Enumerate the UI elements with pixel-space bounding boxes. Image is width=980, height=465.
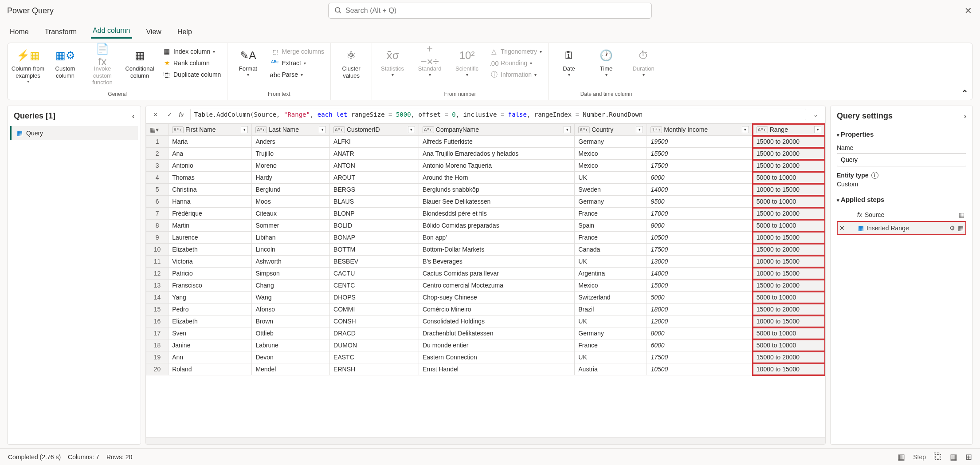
cell-income[interactable]: 17500 <box>647 160 753 172</box>
table-row[interactable]: 4ThomasHardyAROUTAround the HornUK600050… <box>146 172 825 184</box>
table-row[interactable]: 11VictoriaAshworthBESBEVB's BeveragesUK1… <box>146 256 825 268</box>
query-item[interactable]: ▦ Query <box>10 126 138 140</box>
cell-income[interactable]: 15500 <box>647 148 753 160</box>
grid-view-icon[interactable]: ▦ <box>950 452 957 462</box>
col-dropdown[interactable]: ▾ <box>742 126 749 133</box>
cell-first-name[interactable]: Frédérique <box>169 208 252 220</box>
tab-home[interactable]: Home <box>8 25 31 39</box>
cell-company[interactable]: Du monde entier <box>419 339 574 351</box>
table-row[interactable]: 17SvenOttliebDRACDDrachenblut Delikatess… <box>146 327 825 339</box>
table-row[interactable]: 15PedroAfonsoCOMMIComércio MineiroBrazil… <box>146 303 825 315</box>
cell-range[interactable]: 15000 to 20000 <box>753 160 825 172</box>
cell-income[interactable]: 18000 <box>647 303 753 315</box>
row-number[interactable]: 5 <box>146 184 169 196</box>
cell-last-name[interactable]: Chang <box>252 280 330 292</box>
cell-customer-id[interactable]: ANTON <box>330 160 419 172</box>
row-number[interactable]: 9 <box>146 232 169 244</box>
col-dropdown[interactable]: ▾ <box>636 126 643 133</box>
cell-first-name[interactable]: Patricio <box>169 268 252 280</box>
cell-country[interactable]: France <box>575 339 647 351</box>
cell-first-name[interactable]: Thomas <box>169 172 252 184</box>
col-dropdown[interactable]: ▾ <box>319 126 326 133</box>
cell-income[interactable]: 14000 <box>647 184 753 196</box>
formula-confirm-button[interactable]: ✓ <box>165 110 174 119</box>
table-row[interactable]: 7FrédériqueCiteauxBLONPBlondesddsl pére … <box>146 208 825 220</box>
cell-country[interactable]: France <box>575 232 647 244</box>
cell-range[interactable]: 10000 to 15000 <box>753 315 825 327</box>
table-row[interactable]: 8MartinSommerBOLIDBólido Comidas prepara… <box>146 220 825 232</box>
col-monthly-income[interactable]: 1²₃Monthly Income▾ <box>647 124 753 136</box>
cell-customer-id[interactable]: CENTC <box>330 280 419 292</box>
cell-range[interactable]: 15000 to 20000 <box>753 244 825 256</box>
table-row[interactable]: 14YangWangDHOPSChop-suey ChineseSwitzerl… <box>146 292 825 303</box>
cell-last-name[interactable]: Anders <box>252 136 330 148</box>
row-number[interactable]: 14 <box>146 292 169 303</box>
cell-first-name[interactable]: Ann <box>169 351 252 363</box>
cell-first-name[interactable]: Sven <box>169 327 252 339</box>
row-number[interactable]: 12 <box>146 268 169 280</box>
cell-last-name[interactable]: Brown <box>252 315 330 327</box>
step-gear-icon[interactable]: ⚙ <box>949 225 955 232</box>
row-number[interactable]: 15 <box>146 303 169 315</box>
cell-last-name[interactable]: Moos <box>252 196 330 208</box>
table-row[interactable]: 19AnnDevonEASTCEastern ConnectionUK17500… <box>146 351 825 363</box>
cell-country[interactable]: Sweden <box>575 184 647 196</box>
row-number[interactable]: 19 <box>146 351 169 363</box>
tab-help[interactable]: Help <box>176 25 194 39</box>
cell-customer-id[interactable]: DHOPS <box>330 292 419 303</box>
cell-last-name[interactable]: Libihan <box>252 232 330 244</box>
cell-country[interactable]: UK <box>575 256 647 268</box>
cell-customer-id[interactable]: CONSH <box>330 315 419 327</box>
formula-expand-button[interactable]: ⌄ <box>811 111 821 118</box>
duplicate-column-button[interactable]: ⿻Duplicate column <box>159 70 224 79</box>
cell-customer-id[interactable]: BOLID <box>330 220 419 232</box>
cell-first-name[interactable]: Pedro <box>169 303 252 315</box>
row-number[interactable]: 8 <box>146 220 169 232</box>
cell-company[interactable]: Chop-suey Chinese <box>419 292 574 303</box>
schema-view-icon[interactable]: ⊞ <box>965 452 972 462</box>
cell-company[interactable]: Comércio Mineiro <box>419 303 574 315</box>
info-icon[interactable]: i <box>871 172 878 179</box>
cell-range[interactable]: 10000 to 15000 <box>753 363 825 375</box>
step-settings-icon[interactable]: ▦ <box>958 225 964 232</box>
cell-country[interactable]: Germany <box>575 327 647 339</box>
cell-country[interactable]: UK <box>575 172 647 184</box>
cell-range[interactable]: 10000 to 15000 <box>753 232 825 244</box>
cell-country[interactable]: UK <box>575 351 647 363</box>
cell-last-name[interactable]: Devon <box>252 351 330 363</box>
col-dropdown[interactable]: ▾ <box>564 126 571 133</box>
cell-country[interactable]: Germany <box>575 136 647 148</box>
cell-company[interactable]: Blauer See Delikatessen <box>419 196 574 208</box>
table-row[interactable]: 2AnaTrujilloANATRAna Trujillo Emaredados… <box>146 148 825 160</box>
table-row[interactable]: 6HannaMoosBLAUSBlauer See DelikatessenGe… <box>146 196 825 208</box>
tab-transform[interactable]: Transform <box>43 25 78 39</box>
cell-last-name[interactable]: Simpson <box>252 268 330 280</box>
cell-customer-id[interactable]: BLONP <box>330 208 419 220</box>
cell-company[interactable]: B's Beverages <box>419 256 574 268</box>
cell-company[interactable]: Antonio Moreno Taqueria <box>419 160 574 172</box>
col-range[interactable]: AᴮcRange▾ <box>753 124 825 136</box>
cell-last-name[interactable]: Mendel <box>252 363 330 375</box>
cell-first-name[interactable]: Janine <box>169 339 252 351</box>
cell-country[interactable]: Mexico <box>575 160 647 172</box>
row-number[interactable]: 18 <box>146 339 169 351</box>
step-settings-icon[interactable]: ▦ <box>959 211 964 218</box>
cell-range[interactable]: 5000 to 10000 <box>753 196 825 208</box>
cell-income[interactable]: 15000 <box>647 280 753 292</box>
cell-last-name[interactable]: Ashworth <box>252 256 330 268</box>
cell-first-name[interactable]: Franscisco <box>169 280 252 292</box>
cell-company[interactable]: Alfreds Futterkiste <box>419 136 574 148</box>
horizontal-scrollbar[interactable] <box>146 437 825 444</box>
search-input[interactable] <box>345 7 646 15</box>
table-row[interactable]: 5ChristinaBerglundBERGSBerglunds snabbkö… <box>146 184 825 196</box>
cell-range[interactable]: 15000 to 20000 <box>753 148 825 160</box>
cell-range[interactable]: 15000 to 20000 <box>753 208 825 220</box>
close-button[interactable]: ✕ <box>964 5 972 16</box>
cell-country[interactable]: Mexico <box>575 280 647 292</box>
cell-customer-id[interactable]: BONAP <box>330 232 419 244</box>
column-from-examples-button[interactable]: ⚡▦ Column from examples <box>10 46 46 86</box>
cell-customer-id[interactable]: DUMON <box>330 339 419 351</box>
cell-last-name[interactable]: Wang <box>252 292 330 303</box>
cell-customer-id[interactable]: BOTTM <box>330 244 419 256</box>
cell-country[interactable]: Mexico <box>575 148 647 160</box>
